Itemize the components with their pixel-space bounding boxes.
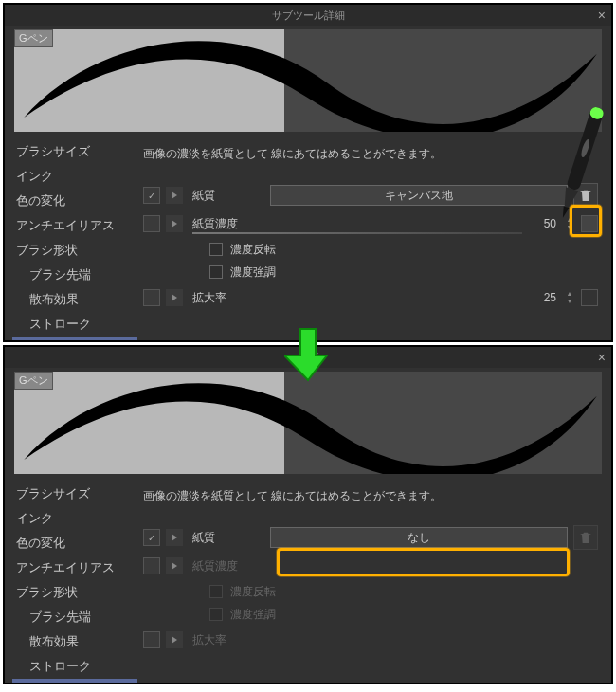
label-texture: 紙質	[189, 530, 264, 546]
expand-icon[interactable]	[166, 631, 183, 648]
sidebar-item-brush-shape[interactable]: ブラシ形状	[12, 580, 137, 605]
sidebar-item-antialias[interactable]: アンチエイリアス	[12, 213, 137, 238]
row-texture: ✓ 紙質 なし	[143, 523, 598, 552]
sidebar-item-brush-tip[interactable]: ブラシ先端	[12, 605, 137, 629]
sidebar-item-brush-tip[interactable]: ブラシ先端	[12, 263, 137, 287]
close-icon[interactable]: ×	[598, 8, 606, 23]
emphasize-checkbox	[209, 608, 223, 621]
stroke-preview: Gペン	[14, 29, 602, 132]
dynamics-toggle[interactable]	[581, 215, 598, 232]
row-scale: 拡大率	[143, 626, 598, 654]
label-density: 紙質濃度	[189, 216, 264, 232]
panel-after: サブ × Gペン ブラシサイズ インク 色の変化 アンチエイリアス ブラシ形状 …	[3, 345, 613, 684]
stroke-icon	[14, 372, 602, 474]
row-texture: ✓ 紙質 キャンバス地	[143, 181, 598, 209]
label-scale: 拡大率	[189, 290, 264, 306]
density-spinner[interactable]: ▲▼	[564, 216, 575, 231]
expand-icon[interactable]	[166, 557, 183, 574]
sidebar-item-texture[interactable]: 紙質	[12, 679, 137, 684]
window-title: サブツール詳細	[272, 9, 345, 23]
emphasize-checkbox[interactable]	[209, 265, 223, 279]
trash-icon	[578, 188, 593, 203]
label-invert: 濃度反転	[230, 242, 276, 258]
category-sidebar: ブラシサイズ インク 色の変化 アンチエイリアス ブラシ形状 ブラシ先端 散布効…	[5, 136, 137, 342]
label-texture: 紙質	[189, 188, 264, 204]
sidebar-item-scatter[interactable]: 散布効果	[12, 287, 137, 312]
show-toggle[interactable]	[143, 557, 160, 574]
description-text: 画像の濃淡を紙質として 線にあてはめることができます。	[143, 487, 598, 504]
delete-texture-button[interactable]	[573, 183, 598, 208]
label-density: 紙質濃度	[189, 558, 264, 574]
row-density: 紙質濃度	[143, 552, 598, 580]
arrow-down-icon	[284, 327, 332, 382]
row-invert: 濃度反転	[143, 580, 598, 603]
trash-icon	[578, 530, 593, 545]
sidebar-item-ink[interactable]: インク	[12, 164, 137, 189]
delete-texture-button[interactable]	[573, 525, 598, 550]
stroke-preview: Gペン	[14, 372, 602, 474]
expand-icon[interactable]	[166, 289, 183, 306]
properties-panel: 画像の濃淡を紙質として 線にあてはめることができます。 ✓ 紙質 キャンバス地 …	[137, 136, 611, 342]
sidebar-item-color-change[interactable]: 色の変化	[12, 189, 137, 213]
sidebar-item-ink[interactable]: インク	[12, 506, 137, 531]
sidebar-item-brush-size[interactable]: ブラシサイズ	[12, 139, 137, 164]
stroke-icon	[14, 29, 602, 132]
texture-dropdown[interactable]: キャンバス地	[270, 185, 568, 206]
panel-before: サブツール詳細 × Gペン ブラシサイズ インク 色の変化 アンチエイリアス ブ…	[3, 3, 613, 342]
sidebar-item-stroke[interactable]: ストローク	[12, 312, 137, 337]
row-invert: 濃度反転	[143, 238, 598, 261]
texture-dropdown[interactable]: なし	[270, 527, 568, 548]
show-toggle[interactable]	[143, 215, 160, 232]
sidebar-item-scatter[interactable]: 散布効果	[12, 629, 137, 654]
scale-spinner[interactable]: ▲▼	[564, 290, 575, 305]
sidebar-item-brush-shape[interactable]: ブラシ形状	[12, 238, 137, 263]
sidebar-item-stroke[interactable]: ストローク	[12, 654, 137, 679]
label-scale: 拡大率	[189, 632, 264, 648]
label-invert: 濃度反転	[230, 584, 276, 600]
row-scale: 拡大率 25 ▲▼	[143, 283, 598, 312]
invert-checkbox[interactable]	[209, 243, 223, 256]
expand-icon[interactable]	[166, 215, 183, 232]
sidebar-item-antialias[interactable]: アンチエイリアス	[12, 555, 137, 580]
label-emphasize: 濃度強調	[230, 607, 276, 623]
expand-icon[interactable]	[166, 529, 183, 546]
density-value[interactable]: 50	[520, 217, 558, 230]
show-toggle[interactable]	[143, 289, 160, 306]
density-slider[interactable]	[192, 232, 522, 234]
scale-value[interactable]: 25	[520, 291, 558, 304]
row-density: 紙質濃度 50 ▲▼	[143, 209, 598, 238]
show-toggle[interactable]: ✓	[143, 529, 160, 546]
show-toggle[interactable]	[143, 631, 160, 648]
window-titlebar: サブツール詳細 ×	[5, 5, 611, 26]
row-emphasize: 濃度強調	[143, 261, 598, 283]
invert-checkbox	[209, 585, 223, 598]
show-toggle[interactable]: ✓	[143, 187, 160, 204]
sidebar-item-texture[interactable]: 紙質	[12, 337, 137, 342]
properties-panel: 画像の濃淡を紙質として 線にあてはめることができます。 ✓ 紙質 なし 紙質濃度…	[137, 478, 611, 684]
label-emphasize: 濃度強調	[230, 264, 276, 281]
close-icon[interactable]: ×	[598, 350, 606, 365]
description-text: 画像の濃淡を紙質として 線にあてはめることができます。	[143, 145, 598, 162]
category-sidebar: ブラシサイズ インク 色の変化 アンチエイリアス ブラシ形状 ブラシ先端 散布効…	[5, 478, 137, 684]
row-emphasize: 濃度強調	[143, 603, 598, 626]
dynamics-toggle[interactable]	[581, 289, 598, 306]
expand-icon[interactable]	[166, 187, 183, 204]
sidebar-item-brush-size[interactable]: ブラシサイズ	[12, 482, 137, 506]
sidebar-item-color-change[interactable]: 色の変化	[12, 531, 137, 555]
